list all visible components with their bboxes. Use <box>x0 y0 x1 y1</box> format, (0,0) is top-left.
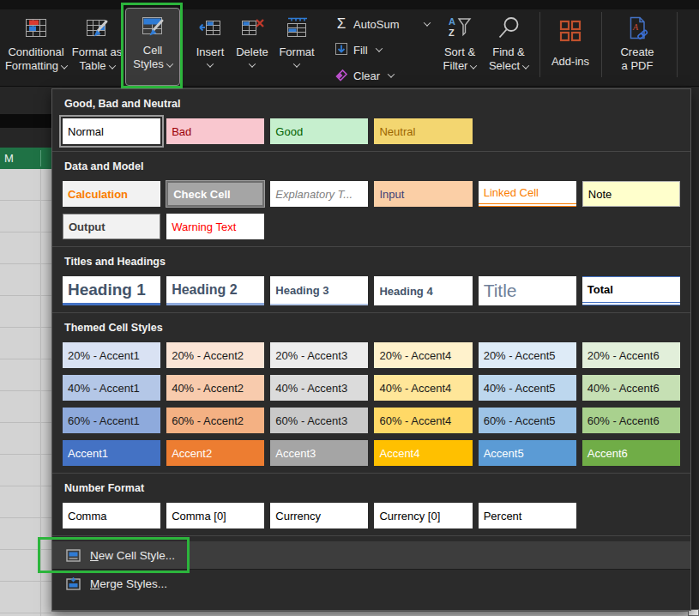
style-swatch[interactable]: 20% - Accent3 <box>270 342 368 368</box>
button-label-line2: Filter <box>443 59 477 73</box>
menu-section: Themed Cell Styles20% - Accent120% - Acc… <box>52 322 690 474</box>
style-swatch[interactable]: Note <box>582 181 680 207</box>
style-swatch[interactable]: 40% - Accent4 <box>374 375 472 401</box>
style-swatch[interactable]: Accent4 <box>374 440 472 466</box>
chevron-down-icon <box>108 62 115 69</box>
style-swatch[interactable]: 40% - Accent1 <box>63 375 160 401</box>
style-swatch[interactable]: Linked Cell <box>479 181 576 207</box>
menu-section: Titles and HeadingsHeading 1Heading 2Hea… <box>52 256 690 313</box>
cell-styles-icon <box>140 13 166 40</box>
button-label-line1: Conditional <box>8 45 63 59</box>
insert-button[interactable]: Insert <box>190 10 230 85</box>
menu-item-merge-styles[interactable]: Merge Styles... <box>52 570 690 598</box>
style-swatch[interactable]: Heading 3 <box>270 276 368 305</box>
style-swatch[interactable]: 20% - Accent4 <box>374 342 472 368</box>
style-swatch[interactable]: Output <box>63 214 160 239</box>
section-title: Good, Bad and Neutral <box>64 98 690 110</box>
sigma-icon: Σ <box>334 15 348 33</box>
button-label-line1: Sort & <box>444 45 475 59</box>
autosum-button[interactable]: Σ AutoSum <box>334 15 430 33</box>
style-swatch[interactable]: Neutral <box>374 118 472 144</box>
style-swatch[interactable]: Accent1 <box>63 440 160 466</box>
create-pdf-button[interactable]: A Create a PDF <box>609 10 666 85</box>
swatch-row: Accent1Accent2Accent3Accent4Accent5Accen… <box>63 440 680 466</box>
search-icon <box>496 15 521 42</box>
style-swatch[interactable]: 60% - Accent2 <box>166 408 264 433</box>
style-swatch[interactable]: Total <box>582 276 680 305</box>
find-select-button[interactable]: Find & Select <box>484 10 533 85</box>
style-swatch[interactable]: Accent2 <box>166 440 264 466</box>
style-swatch[interactable]: 40% - Accent5 <box>479 375 576 401</box>
sort-filter-button[interactable]: A Z Sort & Filter <box>437 10 482 85</box>
style-swatch[interactable]: Accent6 <box>582 440 680 466</box>
style-swatch[interactable]: Percent <box>479 503 576 528</box>
column-divider <box>40 150 41 166</box>
svg-text:A: A <box>632 22 639 32</box>
cell-styles-button[interactable]: Cell Styles <box>125 8 180 86</box>
svg-text:A: A <box>449 16 455 27</box>
style-swatch[interactable]: 60% - Accent3 <box>270 408 368 433</box>
style-swatch[interactable]: Heading 1 <box>63 276 160 305</box>
section-title: Titles and Headings <box>64 256 690 268</box>
style-swatch[interactable]: Comma <box>63 503 160 528</box>
style-swatch[interactable]: Check Cell <box>166 181 264 207</box>
cell-styles-menu-sections: Good, Bad and NeutralNormalBadGoodNeutra… <box>52 89 690 536</box>
style-swatch[interactable]: Warning Text <box>166 214 264 239</box>
style-swatch[interactable]: Calculation <box>63 181 160 207</box>
style-swatch[interactable]: 60% - Accent6 <box>582 408 680 433</box>
style-swatch[interactable]: Normal <box>63 118 160 144</box>
style-swatch[interactable]: 40% - Accent3 <box>270 375 368 401</box>
style-swatch[interactable]: Bad <box>166 118 264 144</box>
button-label-line1: Create <box>620 45 654 59</box>
section-title: Data and Model <box>64 160 690 172</box>
style-swatch[interactable]: Accent5 <box>479 440 576 466</box>
fill-button[interactable]: Fill <box>334 40 382 59</box>
swatch-row: 60% - Accent160% - Accent260% - Accent36… <box>63 408 680 433</box>
style-swatch[interactable]: 40% - Accent6 <box>582 375 680 401</box>
formula-bar-edge <box>0 114 51 128</box>
button-label: AutoSum <box>353 18 399 31</box>
sort-filter-icon: A Z <box>448 15 472 42</box>
style-swatch[interactable]: Comma [0] <box>166 503 264 528</box>
swatch-row: OutputWarning Text <box>63 214 680 239</box>
style-swatch[interactable]: 40% - Accent2 <box>166 375 264 401</box>
sheet-bottom-strip <box>51 611 699 616</box>
style-swatch[interactable]: 20% - Accent1 <box>63 342 160 368</box>
swatch-row: 40% - Accent140% - Accent240% - Accent34… <box>63 375 680 401</box>
style-swatch[interactable]: Currency [0] <box>374 503 472 528</box>
cell-styles-menu: Good, Bad and NeutralNormalBadGoodNeutra… <box>51 88 691 611</box>
style-swatch[interactable]: 20% - Accent6 <box>582 342 680 368</box>
style-swatch[interactable]: Accent3 <box>270 440 368 466</box>
style-swatch[interactable]: Input <box>374 181 472 207</box>
style-swatch[interactable]: Currency <box>270 503 368 528</box>
style-swatch[interactable]: Title <box>479 276 576 305</box>
format-button[interactable]: Format <box>274 10 319 85</box>
gridline <box>40 169 41 616</box>
style-swatch[interactable]: Good <box>270 118 368 144</box>
style-swatch[interactable]: Explanatory T... <box>270 181 368 207</box>
add-ins-button[interactable]: Add-ins <box>545 10 595 85</box>
menu-item-new-cell-style[interactable]: New Cell Style... <box>52 541 690 570</box>
style-swatch[interactable]: 60% - Accent5 <box>479 408 576 433</box>
button-label-line2: Select <box>489 59 528 73</box>
ribbon-separator <box>539 12 540 77</box>
chevron-down-icon <box>166 60 172 67</box>
merge-styles-icon <box>66 577 81 591</box>
style-swatch[interactable]: 60% - Accent1 <box>63 408 160 433</box>
column-header[interactable]: M <box>0 148 51 169</box>
worksheet-cells[interactable] <box>0 169 51 616</box>
style-swatch[interactable]: 20% - Accent2 <box>166 342 264 368</box>
style-swatch[interactable]: 60% - Accent4 <box>374 408 472 433</box>
style-swatch[interactable]: Heading 4 <box>374 276 472 305</box>
swatch-row: Heading 1Heading 2Heading 3Heading 4Titl… <box>63 276 680 305</box>
style-swatch[interactable]: 20% - Accent5 <box>479 342 576 368</box>
menu-item-label: Merge Styles... <box>90 577 167 590</box>
button-label: Add-ins <box>551 55 589 69</box>
style-swatch[interactable]: Heading 2 <box>166 276 264 305</box>
format-as-table-button[interactable]: Format as Table <box>70 10 124 85</box>
chevron-down-icon <box>207 60 214 67</box>
ribbon-top-strip <box>0 0 699 9</box>
delete-button[interactable]: Delete <box>232 10 273 85</box>
conditional-formatting-button[interactable]: Conditional Formatting <box>2 10 70 85</box>
clear-button[interactable]: Clear <box>334 66 394 85</box>
